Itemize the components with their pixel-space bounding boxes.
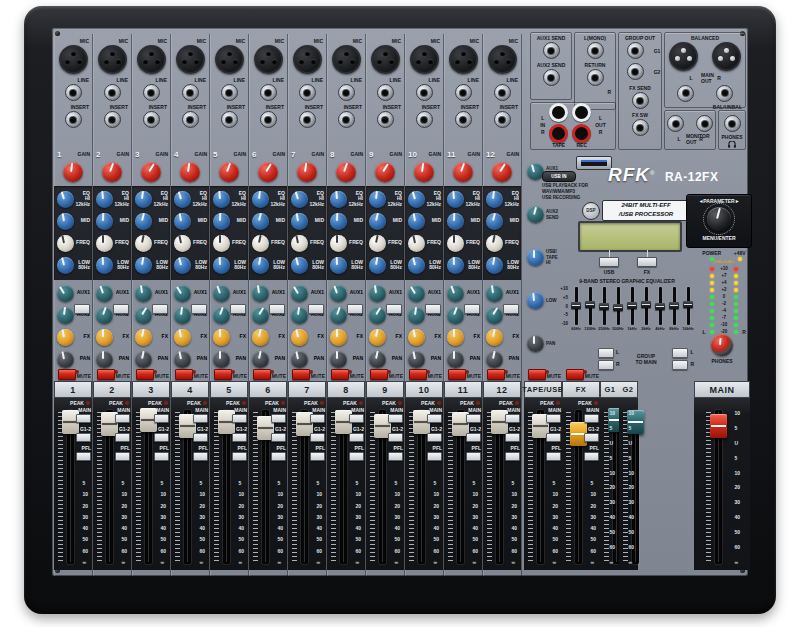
- pfl-button[interactable]: [232, 452, 247, 461]
- aux-pre-switch[interactable]: [347, 304, 363, 314]
- eq-freq-knob[interactable]: [174, 235, 191, 252]
- master-mute-button[interactable]: [566, 369, 584, 380]
- eq-freq-knob[interactable]: [447, 235, 464, 252]
- geq-slider-handle[interactable]: [599, 303, 609, 310]
- fx-mode-button[interactable]: FX: [636, 250, 658, 275]
- aux2-knob[interactable]: [486, 307, 503, 324]
- gain-knob[interactable]: [297, 162, 317, 182]
- fx-send-knob[interactable]: [486, 329, 503, 346]
- eq-mid-knob[interactable]: [447, 213, 464, 230]
- pan-knob[interactable]: [369, 351, 386, 368]
- pan-knob[interactable]: [486, 351, 503, 368]
- main-assign-button[interactable]: [76, 414, 91, 423]
- eq-hi-knob[interactable]: [174, 191, 191, 208]
- channel-mute-button[interactable]: [253, 369, 271, 380]
- aux2-knob[interactable]: [174, 307, 191, 324]
- eq-low-knob[interactable]: [135, 257, 152, 274]
- group-assign-button[interactable]: [193, 433, 208, 442]
- eq-low-knob[interactable]: [447, 257, 464, 274]
- group-assign-button[interactable]: [232, 433, 247, 442]
- aux1-knob[interactable]: [369, 285, 386, 302]
- pan-knob[interactable]: [213, 351, 230, 368]
- geq-slider-handle[interactable]: [683, 301, 693, 308]
- aux2-knob[interactable]: [330, 307, 347, 324]
- channel-mute-button[interactable]: [136, 369, 154, 380]
- pfl-button[interactable]: [193, 452, 208, 461]
- aux1-knob[interactable]: [291, 285, 308, 302]
- pfl-button[interactable]: [310, 452, 325, 461]
- main-assign-button[interactable]: [310, 414, 325, 423]
- pfl-button[interactable]: [466, 452, 481, 461]
- eq-mid-knob[interactable]: [291, 213, 308, 230]
- eq-mid-knob[interactable]: [57, 213, 74, 230]
- eq-hi-knob[interactable]: [96, 191, 113, 208]
- pan-knob[interactable]: [408, 351, 425, 368]
- eq-mid-knob[interactable]: [369, 213, 386, 230]
- eq-freq-knob[interactable]: [369, 235, 386, 252]
- aux-pre-switch[interactable]: [74, 304, 90, 314]
- aux1-knob[interactable]: [486, 285, 503, 302]
- aux2-knob[interactable]: [447, 307, 464, 324]
- eq-hi-knob[interactable]: [369, 191, 386, 208]
- aux-pre-switch[interactable]: [230, 304, 246, 314]
- geq-slider-handle[interactable]: [655, 303, 665, 310]
- channel-mute-button[interactable]: [214, 369, 232, 380]
- aux1-knob[interactable]: [252, 285, 269, 302]
- aux-pre-switch[interactable]: [503, 304, 519, 314]
- eq-mid-knob[interactable]: [135, 213, 152, 230]
- eq-hi-knob[interactable]: [252, 191, 269, 208]
- eq-hi-knob[interactable]: [447, 191, 464, 208]
- geq-slider-handle[interactable]: [627, 302, 637, 309]
- aux2-knob[interactable]: [252, 307, 269, 324]
- eq-low-knob[interactable]: [96, 257, 113, 274]
- master-mute-button[interactable]: [528, 369, 546, 380]
- group-assign-button[interactable]: [349, 433, 364, 442]
- eq-low-knob[interactable]: [330, 257, 347, 274]
- g2-to-main-r-switch[interactable]: [672, 360, 688, 370]
- main-assign-button[interactable]: [466, 414, 481, 423]
- fx-send-knob[interactable]: [330, 329, 347, 346]
- pfl-button[interactable]: [388, 452, 403, 461]
- fx-send-knob[interactable]: [213, 329, 230, 346]
- channel-mute-button[interactable]: [175, 369, 193, 380]
- master-aux2-send-knob[interactable]: [527, 206, 544, 223]
- gain-knob[interactable]: [141, 162, 161, 182]
- eq-low-knob[interactable]: [57, 257, 74, 274]
- gain-knob[interactable]: [375, 162, 395, 182]
- geq-slider-handle[interactable]: [585, 301, 595, 308]
- aux1-knob[interactable]: [174, 285, 191, 302]
- channel-mute-button[interactable]: [487, 369, 505, 380]
- main-assign-button[interactable]: [115, 414, 130, 423]
- aux-pre-switch[interactable]: [425, 304, 441, 314]
- eq-freq-knob[interactable]: [213, 235, 230, 252]
- eq-low-knob[interactable]: [174, 257, 191, 274]
- gain-knob[interactable]: [102, 162, 122, 182]
- aux2-knob[interactable]: [135, 307, 152, 324]
- group-assign-button[interactable]: [388, 433, 403, 442]
- gain-knob[interactable]: [453, 162, 473, 182]
- pfl-button[interactable]: [427, 452, 442, 461]
- gain-knob[interactable]: [492, 162, 512, 182]
- aux1-knob[interactable]: [135, 285, 152, 302]
- usb-mode-button[interactable]: USB: [598, 250, 620, 275]
- fx-send-knob[interactable]: [447, 329, 464, 346]
- eq-hi-knob[interactable]: [291, 191, 308, 208]
- gain-knob[interactable]: [63, 162, 83, 182]
- eq-mid-knob[interactable]: [213, 213, 230, 230]
- gain-knob[interactable]: [336, 162, 356, 182]
- eq-freq-knob[interactable]: [57, 235, 74, 252]
- pan-knob[interactable]: [291, 351, 308, 368]
- pan-knob[interactable]: [447, 351, 464, 368]
- aux1-knob[interactable]: [213, 285, 230, 302]
- aux-pre-switch[interactable]: [386, 304, 402, 314]
- eq-mid-knob[interactable]: [330, 213, 347, 230]
- group-assign-button[interactable]: [466, 433, 481, 442]
- pfl-button[interactable]: [76, 452, 91, 461]
- main-assign-button[interactable]: [546, 414, 561, 423]
- pan-knob[interactable]: [96, 351, 113, 368]
- eq-low-knob[interactable]: [408, 257, 425, 274]
- main-assign-button[interactable]: [232, 414, 247, 423]
- aux1-knob[interactable]: [96, 285, 113, 302]
- aux-pre-switch[interactable]: [269, 304, 285, 314]
- aux2-knob[interactable]: [57, 307, 74, 324]
